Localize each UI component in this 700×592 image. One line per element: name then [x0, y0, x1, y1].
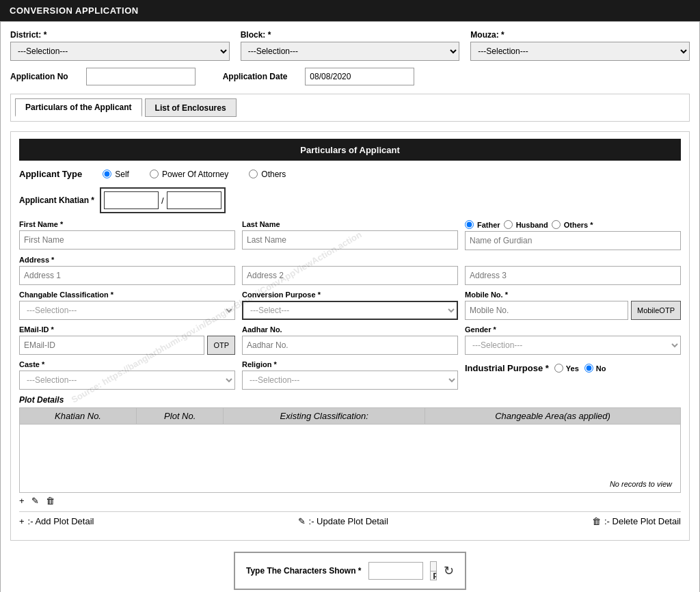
radio-father-label: Father	[477, 221, 500, 229]
captcha-section: Type The Characters Shown * 43 XJPA ↻	[234, 552, 466, 590]
changeable-class-label: Changable Classification *	[19, 291, 235, 299]
aadhar-label: Aadhar No.	[242, 325, 458, 334]
caste-label: Caste *	[19, 360, 235, 368]
radio-attorney-input[interactable]	[150, 170, 159, 178]
add-icon: +	[19, 516, 25, 526]
email-input[interactable]	[19, 336, 204, 355]
name-row: First Name * Last Name Father Husband Ot…	[19, 220, 681, 250]
radio-father[interactable]	[465, 220, 474, 229]
mouza-select[interactable]: ---Selection---	[470, 42, 690, 61]
captcha-label: Type The Characters Shown *	[246, 566, 362, 576]
app-no-label: Application No	[10, 72, 68, 81]
update-icon: ✎	[298, 516, 306, 526]
caste-select[interactable]: ---Selection---	[19, 371, 235, 390]
industrial-no-radio[interactable]	[584, 364, 593, 373]
add-plot-icon-btn[interactable]: +	[19, 496, 25, 506]
industrial-no-grp: No	[584, 364, 606, 373]
block-label: Block: *	[241, 30, 460, 40]
no-records-text: No records to view	[25, 479, 675, 489]
col-changeable: Changeable Area(as applied)	[425, 408, 681, 425]
applicant-type-label: Applicant Type	[19, 169, 82, 179]
edit-plot-icon-btn[interactable]: ✎	[31, 496, 39, 506]
radio-husband-label: Husband	[516, 221, 548, 229]
radio-others: Others	[249, 170, 286, 179]
tab-particulars[interactable]: Particulars of the Applicant	[15, 98, 142, 117]
captcha-input[interactable]	[368, 562, 423, 580]
radio-guardian-others[interactable]	[552, 220, 561, 229]
khatian-separator: /	[161, 196, 164, 206]
tab-enclosures[interactable]: List of Enclosures	[145, 98, 237, 117]
khatian-label: Applicant Khatian *	[19, 196, 94, 205]
industrial-no-label: No	[596, 364, 606, 373]
gender-select[interactable]: ---Selection---	[465, 336, 681, 355]
delete-plot-action[interactable]: 🗑 :- Delete Plot Detail	[592, 516, 681, 526]
delete-plot-icon-btn[interactable]: 🗑	[46, 496, 55, 506]
add-plot-action[interactable]: + :- Add Plot Detail	[19, 516, 94, 526]
col-plot: Plot No.	[137, 408, 224, 425]
khatian-row: Applicant Khatian * /	[19, 187, 681, 213]
plot-body: No records to view	[20, 425, 681, 493]
industrial-purpose-row: Industrial Purpose * Yes No	[465, 363, 681, 373]
religion-label: Religion *	[242, 360, 458, 368]
address-row: Address *	[19, 256, 681, 285]
captcha-refresh-btn[interactable]: ↻	[444, 563, 454, 578]
mobile-otp-btn[interactable]: MobileOTP	[631, 301, 681, 320]
aadhar-input[interactable]	[242, 336, 458, 355]
title-bar: CONVERSION APPLICATION	[0, 0, 700, 21]
applicant-type-row: Applicant Type Self Power Of Attorney Ot…	[19, 169, 681, 179]
col-khatian: Khatian No.	[20, 408, 137, 425]
guardian-name-input[interactable]	[465, 231, 681, 250]
app-title: CONVERSION APPLICATION	[10, 5, 139, 16]
mouza-label: Mouza: *	[470, 30, 690, 40]
email-otp-btn[interactable]: OTP	[207, 336, 235, 355]
app-date-input[interactable]	[305, 68, 414, 85]
address-label: Address *	[19, 256, 235, 264]
radio-self-input[interactable]	[103, 170, 111, 178]
industrial-yes-grp: Yes	[554, 364, 579, 373]
first-name-label: First Name *	[19, 220, 235, 228]
address3-label	[465, 256, 681, 264]
khatian-input2[interactable]	[167, 191, 221, 209]
industrial-label: Industrial Purpose *	[465, 363, 549, 373]
email-label: EMail-ID *	[19, 325, 204, 334]
plot-details-label: Plot Details	[19, 395, 681, 405]
radio-attorney: Power Of Attorney	[150, 170, 228, 179]
plot-table: Khatian No. Plot No. Existing Classifica…	[19, 407, 681, 493]
address2-label	[242, 256, 458, 264]
religion-select[interactable]: ---Selection---	[242, 371, 458, 390]
form-section: Particulars of Applicant Source: https:/…	[10, 131, 690, 541]
plot-legend: + :- Add Plot Detail ✎ :- Update Plot De…	[19, 511, 681, 530]
conversion-purpose-select[interactable]: ---Select---	[242, 301, 458, 320]
last-name-input[interactable]	[242, 230, 458, 250]
district-select[interactable]: ---Selection---	[10, 42, 230, 61]
radio-guardian-others-label: Others *	[564, 221, 593, 229]
app-no-input[interactable]	[86, 68, 196, 85]
industrial-yes-label: Yes	[566, 364, 579, 373]
district-label: District: *	[10, 30, 230, 40]
radio-others-input[interactable]	[249, 170, 258, 178]
conversion-purpose-label: Conversion Purpose *	[242, 291, 458, 299]
radio-attorney-label: Power Of Attorney	[162, 170, 228, 179]
block-select[interactable]: ---Selection---	[241, 42, 460, 61]
delete-label: :- Delete Plot Detail	[604, 516, 681, 526]
radio-husband[interactable]	[504, 220, 513, 229]
address1-input[interactable]	[19, 266, 235, 285]
update-plot-action[interactable]: ✎ :- Update Plot Detail	[298, 516, 388, 526]
email-row: EMail-ID * OTP Aadhar No. Gender * ---Se…	[19, 325, 681, 355]
industrial-yes-radio[interactable]	[554, 364, 563, 373]
captcha-image: 43 XJPA	[430, 561, 438, 580]
khatian-box: /	[100, 187, 226, 213]
address3-input[interactable]	[465, 266, 681, 285]
mobile-label: Mobile No. *	[465, 291, 628, 299]
changeable-class-select[interactable]: ---Selection---	[19, 301, 235, 320]
section-header: Particulars of Applicant	[19, 139, 681, 161]
gender-label: Gender *	[465, 325, 681, 334]
address2-input[interactable]	[242, 266, 458, 285]
classification-row: Changable Classification * ---Selection-…	[19, 291, 681, 320]
update-label: :- Update Plot Detail	[309, 516, 388, 526]
first-name-input[interactable]	[19, 230, 235, 250]
khatian-input1[interactable]	[104, 191, 159, 209]
col-existing: Existing Classification:	[224, 408, 425, 425]
mobile-input[interactable]	[465, 301, 628, 320]
caste-row: Caste * ---Selection--- Religion * ---Se…	[19, 360, 681, 390]
